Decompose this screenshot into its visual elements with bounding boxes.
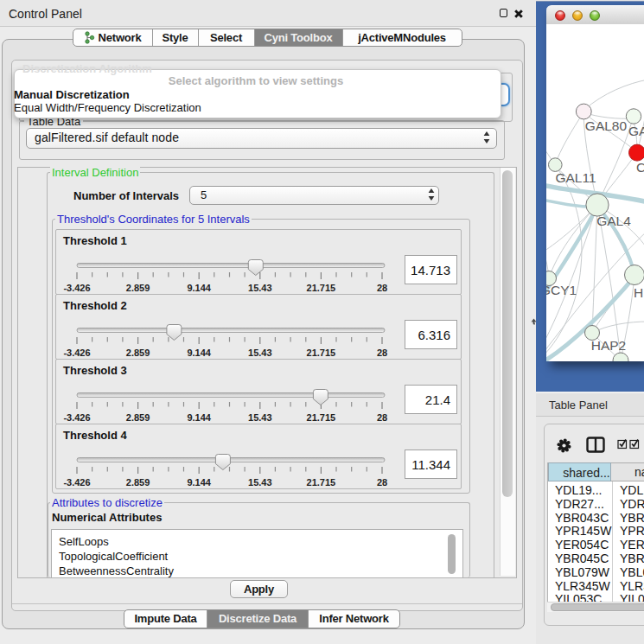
svg-text:-3.426: -3.426	[63, 348, 90, 358]
svg-text:9.144: 9.144	[187, 283, 211, 293]
svg-text:-3.426: -3.426	[63, 412, 90, 423]
svg-text:9.144: 9.144	[187, 477, 211, 488]
svg-text:28: 28	[377, 283, 387, 293]
svg-text:GA: GA	[628, 124, 644, 138]
svg-text:Threshold 3: Threshold 3	[63, 364, 127, 377]
svg-text:Threshold 1: Threshold 1	[63, 234, 127, 247]
svg-text:9.144: 9.144	[187, 348, 211, 358]
svg-text:GAL4: GAL4	[596, 214, 631, 228]
svg-text:GAL11: GAL11	[555, 170, 596, 185]
svg-text:2.859: 2.859	[126, 412, 150, 423]
svg-text:21.715: 21.715	[307, 412, 336, 423]
svg-text:21.715: 21.715	[307, 477, 336, 488]
svg-text:2.859: 2.859	[126, 348, 150, 358]
svg-text:-3.426: -3.426	[63, 477, 90, 488]
svg-text:H: H	[634, 285, 643, 300]
svg-text:Threshold 4: Threshold 4	[63, 429, 127, 442]
svg-text:CY: CY	[636, 160, 644, 175]
svg-text:9.144: 9.144	[187, 412, 211, 423]
svg-text:Threshold 2: Threshold 2	[63, 299, 127, 312]
svg-text:15.43: 15.43	[248, 412, 272, 423]
svg-text:28: 28	[377, 477, 387, 488]
svg-text:GAL80: GAL80	[585, 118, 628, 133]
svg-text:-3.426: -3.426	[63, 283, 90, 293]
svg-text:15.43: 15.43	[248, 348, 272, 358]
svg-text:HAP2: HAP2	[591, 338, 627, 353]
svg-text:15.43: 15.43	[248, 477, 272, 488]
svg-text:15.43: 15.43	[248, 283, 272, 293]
svg-text:28: 28	[377, 412, 387, 423]
svg-text:21.715: 21.715	[307, 348, 336, 358]
svg-text:2.859: 2.859	[126, 477, 150, 488]
svg-text:2.859: 2.859	[126, 283, 150, 293]
svg-text:GCY1: GCY1	[546, 283, 577, 297]
svg-text:21.715: 21.715	[307, 283, 336, 293]
svg-text:28: 28	[377, 348, 387, 358]
